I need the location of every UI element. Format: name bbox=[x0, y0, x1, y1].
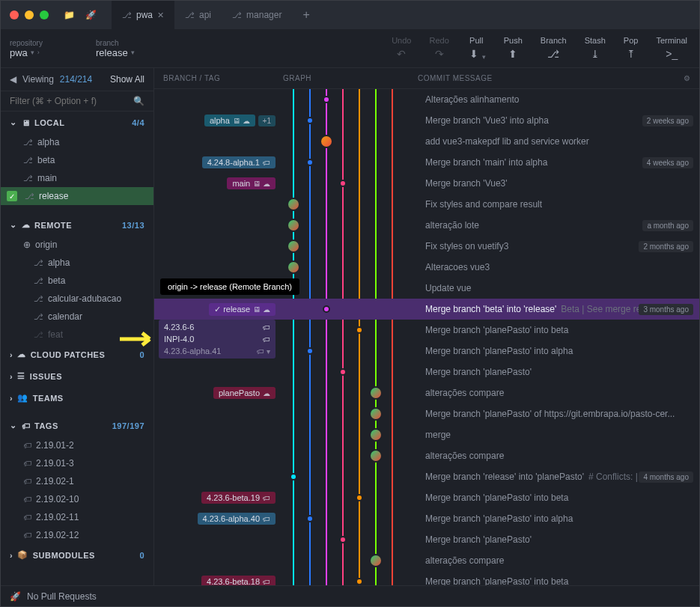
commit-row[interactable]: Fix styles and compare result bbox=[154, 194, 699, 215]
minimize-window-icon[interactable] bbox=[25, 10, 34, 19]
remote-origin[interactable]: ⊕origin bbox=[1, 236, 153, 254]
add-tab-button[interactable]: + bbox=[292, 1, 320, 29]
remote-branch-calendar[interactable]: ⎇calendar bbox=[1, 308, 153, 326]
commit-row[interactable]: 4.23.6-alpha.40 🏷Merge branch 'planePast… bbox=[154, 508, 699, 529]
back-icon[interactable]: ◀ bbox=[10, 74, 16, 85]
commit-node[interactable] bbox=[287, 240, 300, 253]
commit-node[interactable] bbox=[287, 198, 300, 211]
stash-button[interactable]: Stash⤓ bbox=[585, 36, 606, 61]
commit-row[interactable]: 4.23.6-beta.18 🏷Merge branch 'planePasto… bbox=[154, 571, 699, 585]
search-icon[interactable]: 🔍 bbox=[133, 96, 144, 106]
commit-node[interactable] bbox=[290, 473, 297, 481]
commit-node[interactable] bbox=[339, 368, 347, 376]
tab-manager[interactable]: ⎇ manager bbox=[222, 1, 292, 29]
submodules-section[interactable]: › 📦 SUBMODULES 0 bbox=[1, 544, 153, 566]
rocket-icon[interactable]: 🚀 bbox=[85, 10, 97, 20]
teams-section[interactable]: › 👥 TEAMS bbox=[1, 387, 153, 409]
push-icon: ⬆ bbox=[506, 47, 520, 61]
commit-row[interactable]: planePasto ☁alterações compare bbox=[154, 382, 699, 403]
local-branch-release[interactable]: ✓⎇release bbox=[1, 187, 153, 205]
close-icon[interactable]: ✕ bbox=[157, 10, 164, 20]
issues-section[interactable]: › ☰ ISSUES bbox=[1, 365, 153, 387]
commit-node[interactable] bbox=[339, 536, 347, 543]
commit-node[interactable] bbox=[323, 305, 330, 313]
commit-row[interactable]: Merge branch 'planePasto' bbox=[154, 362, 699, 382]
local-branch-alpha[interactable]: ⎇alpha bbox=[1, 133, 153, 151]
commit-list[interactable]: origin -> release (Remote Branch) Altera… bbox=[154, 89, 699, 585]
pull-icon: ⬇ bbox=[467, 47, 481, 61]
remote-count: 13/13 bbox=[122, 221, 144, 230]
push-button[interactable]: Push⬆ bbox=[504, 36, 523, 61]
tag-item[interactable]: 🏷2.19.02-1 bbox=[1, 472, 153, 490]
local-section[interactable]: ⌄ 🖥 LOCAL 4/4 bbox=[1, 112, 153, 133]
terminal-button[interactable]: Terminal>_ bbox=[656, 36, 687, 61]
commit-row[interactable]: ✓ release 🖥 ☁Merge branch 'beta' into 'r… bbox=[154, 299, 699, 320]
tag-icon: 🏷 bbox=[23, 495, 31, 504]
commit-node[interactable] bbox=[369, 386, 383, 400]
close-window-icon[interactable] bbox=[10, 10, 19, 19]
branch-button[interactable]: Branch⎇ bbox=[541, 36, 567, 61]
commit-node[interactable] bbox=[369, 407, 383, 421]
folder-icon[interactable]: 📁 bbox=[64, 10, 75, 20]
commit-row[interactable]: merge bbox=[154, 424, 699, 445]
commit-row[interactable]: alpha 🖥 ☁+1Merge branch 'Vue3' into alph… bbox=[154, 110, 699, 131]
commit-node[interactable] bbox=[306, 347, 314, 355]
commit-row[interactable]: main 🖥 ☁Merge branch 'Vue3' bbox=[154, 173, 699, 194]
tags-section[interactable]: ⌄ 🏷 TAGS 197/197 bbox=[1, 415, 153, 436]
repo-selector[interactable]: repository pwa▾› bbox=[1, 36, 87, 61]
commit-row[interactable]: Merge branch 'planePasto' of https://git… bbox=[154, 403, 699, 424]
commit-row[interactable]: 4.24.8-alpha.1 🏷Merge branch 'main' into… bbox=[154, 152, 699, 173]
filter-input[interactable] bbox=[10, 96, 133, 106]
commit-node[interactable] bbox=[287, 260, 300, 274]
commit-row[interactable]: Merge branch 'planePasto' bbox=[154, 529, 699, 550]
maximize-window-icon[interactable] bbox=[40, 10, 49, 19]
tag-item[interactable]: 🏷2.19.01-2 bbox=[1, 436, 153, 454]
commit-row[interactable]: Merge branch 'release' into 'planePasto'… bbox=[154, 466, 699, 487]
show-all-button[interactable]: Show All bbox=[110, 74, 144, 85]
commit-message: alterações compare bbox=[418, 388, 699, 398]
remote-branch-beta[interactable]: ⎇beta bbox=[1, 272, 153, 290]
local-branch-beta[interactable]: ⎇beta bbox=[1, 151, 153, 169]
commit-node[interactable] bbox=[306, 159, 314, 166]
tab-api[interactable]: ⎇ api bbox=[174, 1, 222, 29]
commit-node[interactable] bbox=[323, 96, 330, 103]
local-branch-main[interactable]: ⎇main bbox=[1, 169, 153, 187]
commit-row[interactable]: Alterações alinhamento bbox=[154, 89, 699, 110]
undo-button[interactable]: Undo↶ bbox=[392, 36, 411, 61]
redo-button[interactable]: Redo↷ bbox=[429, 36, 448, 61]
tag-item[interactable]: 🏷2.19.01-3 bbox=[1, 454, 153, 472]
commit-node[interactable] bbox=[356, 578, 363, 585]
tag-item[interactable]: 🏷2.19.02-10 bbox=[1, 490, 153, 508]
gear-icon[interactable]: ⚙ bbox=[684, 74, 691, 82]
commit-node[interactable] bbox=[369, 554, 383, 567]
commit-node[interactable] bbox=[306, 117, 314, 124]
commit-row[interactable]: alterações compare bbox=[154, 445, 699, 466]
commit-row[interactable]: Alteracoes vue3 bbox=[154, 257, 699, 278]
commit-node[interactable] bbox=[320, 135, 333, 148]
commit-row[interactable]: alteração lotea month ago bbox=[154, 215, 699, 236]
branch-selector[interactable]: branch release▾ bbox=[87, 36, 144, 61]
commit-row[interactable]: add vue3-makepdf lib and service worker bbox=[154, 131, 699, 152]
commit-node[interactable] bbox=[339, 180, 347, 187]
tag-item[interactable]: 🏷2.19.02-12 bbox=[1, 526, 153, 544]
pull-button[interactable]: Pull⬇▾ bbox=[467, 36, 486, 61]
commit-row[interactable]: Fix styles on vuetify32 months ago bbox=[154, 236, 699, 257]
commit-node[interactable] bbox=[306, 515, 314, 522]
commit-row[interactable]: alterações compare bbox=[154, 550, 699, 571]
commit-node[interactable] bbox=[356, 494, 363, 501]
branch-icon: ⎇ bbox=[34, 294, 43, 304]
commit-node[interactable] bbox=[369, 449, 383, 463]
tag-stack[interactable]: 4.23.6-6🏷 INPI-4.0🏷 4.23.6-alpha.41🏷 ▾ bbox=[159, 320, 276, 359]
pop-button[interactable]: Pop⤒ bbox=[624, 36, 639, 61]
commit-row[interactable]: 4.23.6-beta.19 🏷Merge branch 'planePasto… bbox=[154, 487, 699, 508]
tag-item[interactable]: 🏷2.19.02-11 bbox=[1, 508, 153, 526]
remote-branch-calcular[interactable]: ⎇calcular-adubacao bbox=[1, 290, 153, 308]
remote-section[interactable]: ⌄ ☁ REMOTE 13/13 bbox=[1, 214, 153, 236]
commit-node[interactable] bbox=[356, 326, 363, 334]
tab-pwa[interactable]: ⎇ pwa ✕ bbox=[112, 1, 174, 29]
remote-branch-alpha[interactable]: ⎇alpha bbox=[1, 254, 153, 272]
graph-column bbox=[280, 341, 418, 362]
commit-node[interactable] bbox=[369, 428, 383, 442]
commit-node[interactable] bbox=[287, 219, 300, 232]
tag-icon: 🏷 bbox=[23, 513, 31, 522]
